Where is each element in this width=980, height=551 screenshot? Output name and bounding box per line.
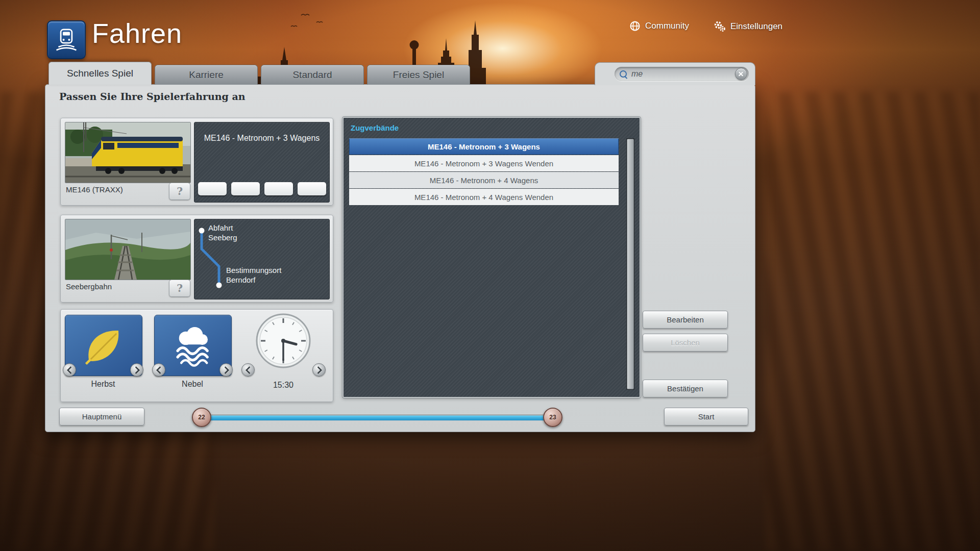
route-name: Seebergbahn [66,282,112,291]
time-range-slider: 22 23 [200,407,559,427]
birds [291,14,323,27]
train-icon [52,26,81,54]
tab-freies-spiel[interactable]: Freies Spiel [367,65,470,85]
search-input[interactable] [630,69,735,79]
consists-panel-title: Zugverbände [351,123,399,132]
slider-handle-right[interactable]: 23 [543,408,562,427]
consist-option[interactable]: ME146 - Metronom + 4 Wagens [349,172,619,188]
destination-label: Bestimmungsort [226,266,282,274]
train-photo-art [65,122,190,183]
consist-option[interactable]: ME146 - Metronom + 4 Wagens Wenden [349,189,619,205]
consist-wagons-graphic [194,182,329,195]
edit-button[interactable]: Bearbeiten [643,311,728,329]
scrollbar-thumb[interactable] [627,139,634,389]
community-link[interactable]: Community [629,20,689,32]
community-label: Community [645,21,689,31]
wagon-icon [198,182,227,195]
clock-face [255,313,311,369]
wagon-icon [298,182,326,195]
consist-preview-title: ME146 - Metronom + 3 Wagens [194,134,329,143]
quick-drive-panel: Passen Sie Ihre Spielerfahrung an [45,84,755,432]
wagon-icon [231,182,260,195]
route-thumbnail[interactable] [65,219,191,280]
search-area [595,62,755,85]
search-icon [620,70,627,78]
consist-option[interactable]: ME146 - Metronom + 3 Wagens Wenden [349,155,619,171]
consists-scrollbar[interactable] [626,138,634,390]
tab-standard[interactable]: Standard [261,65,364,85]
destination-dot [216,283,222,288]
route-card: Seebergbahn ? Abfahrt Seeberg Bestimmung… [60,215,333,303]
departure-label: Abfahrt [208,223,233,232]
consist-preview-panel: ME146 - Metronom + 3 Wagens [194,122,330,203]
departure-dot [199,228,205,234]
route-photo-art [65,219,190,280]
settings-link[interactable]: Einstellungen [714,20,782,33]
settings-label: Einstellungen [730,21,782,32]
environment-card: Herbst Nebel [60,309,333,402]
consist-option[interactable]: ME146 - Metronom + 3 Wagens [349,138,619,155]
blurred-tracks-right [766,92,980,551]
time-prev-button[interactable] [241,363,255,377]
weather-prev-button[interactable] [152,363,165,377]
slider-fill [201,415,553,420]
slider-handle-left[interactable]: 22 [192,408,211,427]
train-thumbnail[interactable] [65,122,191,183]
season-prev-button[interactable] [63,363,76,377]
weather-next-button[interactable] [219,363,233,377]
delete-button[interactable]: Löschen [643,334,728,352]
search-box [615,67,749,81]
route-map-graphic: Abfahrt Seeberg Bestimmungsort Berndorf [194,219,329,299]
departure-station: Seeberg [208,233,237,242]
tab-bar: Schnelles Spiel Karriere Standard Freies… [48,62,473,85]
chevron-right-icon [132,366,140,374]
tab-karriere[interactable]: Karriere [155,65,258,85]
globe-icon [629,20,641,32]
route-map-panel: Abfahrt Seeberg Bestimmungsort Berndorf [194,219,330,299]
start-button[interactable]: Start [664,408,748,425]
train-name: ME146 (TRAXX) [66,185,123,194]
chevron-left-icon [66,366,75,374]
gears-icon [714,20,726,33]
fog-cloud-icon [170,324,215,367]
panel-heading: Passen Sie Ihre Spielerfahrung an [59,91,246,102]
time-next-button[interactable] [312,363,326,377]
app-logo [47,20,86,59]
chevron-left-icon [156,366,164,374]
wagon-icon [264,182,293,195]
weather-label: Nebel [154,380,231,389]
chevron-right-icon [314,366,322,374]
train-card: ME146 (TRAXX) ? ME146 - Metronom + 3 Wag… [60,118,333,206]
page-title: Fahren [92,17,182,49]
time-label: 15:30 [255,381,311,390]
main-menu-button[interactable]: Hauptmenü [59,408,144,425]
chevron-left-icon [245,366,253,374]
route-help-button[interactable]: ? [169,280,190,297]
clear-search-icon[interactable] [735,68,747,80]
confirm-button[interactable]: Bestätigen [643,380,728,397]
train-help-button[interactable]: ? [169,183,190,200]
tab-schnelles-spiel[interactable]: Schnelles Spiel [48,62,152,85]
destination-station: Berndorf [226,276,256,284]
consists-list: ME146 - Metronom + 3 Wagens ME146 - Metr… [349,138,619,206]
chevron-right-icon [221,366,229,374]
season-label: Herbst [65,380,141,389]
consists-panel: Zugverbände ME146 - Metronom + 3 Wagens … [342,117,641,398]
season-next-button[interactable] [130,363,143,377]
leaf-icon [82,324,125,367]
